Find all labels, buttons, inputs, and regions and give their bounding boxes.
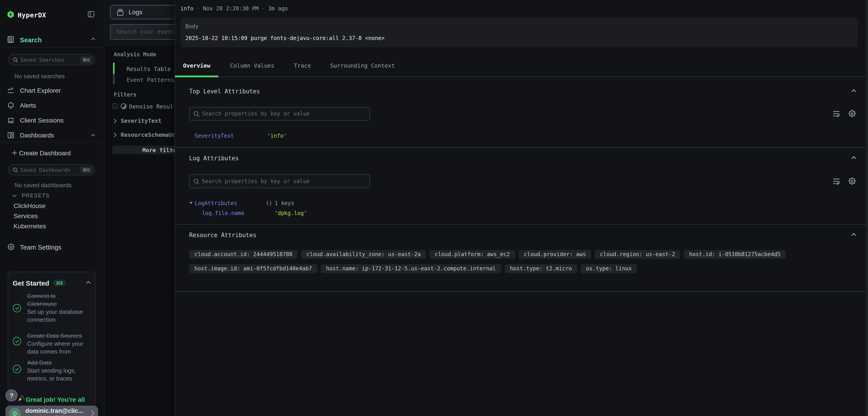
no-saved-searches-text: No saved searches: [14, 73, 65, 80]
collapse-section-icon[interactable]: [851, 89, 856, 92]
tab-column-values[interactable]: Column Values: [222, 59, 282, 77]
sidebar-item-alerts[interactable]: Alerts: [0, 98, 104, 113]
search-icon: [193, 111, 199, 117]
drawer-tabs: Overview Column Values Trace Surrounding…: [175, 59, 866, 77]
tab-surrounding-context[interactable]: Surrounding Context: [322, 59, 402, 77]
wrap-lines-icon[interactable]: [832, 177, 840, 185]
chevron-up-icon: [91, 37, 95, 40]
checklist-item-description: Configure where your data comes from: [27, 340, 85, 356]
check-circle-icon: [13, 304, 21, 313]
avatar-initial: D: [13, 411, 17, 416]
attribute-chip[interactable]: cloud.platform: aws_ec2: [430, 250, 515, 259]
sidebar-item-label: Dashboards: [20, 132, 54, 139]
chevron-up-icon[interactable]: [86, 281, 91, 284]
shortcut-badge: ⌘K: [80, 56, 92, 63]
sidebar-item-team-settings[interactable]: Team Settings: [0, 242, 104, 253]
checklist-item-description: Set up your database connection: [27, 308, 85, 324]
team-settings-label: Team Settings: [20, 244, 61, 251]
mode-option-results-table[interactable]: Results Table: [127, 66, 171, 72]
checklist-item-title: Create Data Sources: [27, 332, 85, 340]
denoise-checkbox[interactable]: [112, 103, 118, 109]
attribute-chip[interactable]: host.id: i-0510b81275acbe4d5: [684, 250, 786, 259]
attribute-chip[interactable]: cloud.provider: aws: [519, 250, 591, 259]
attribute-chip[interactable]: cloud.availability_zone: us-east-2a: [301, 250, 426, 259]
divider: [175, 224, 866, 225]
log-header: info·Nov 20 2:20:30 PM·3m ago: [180, 5, 288, 12]
sidebar-item-label: Chart Explorer: [20, 87, 61, 94]
attribute-chip[interactable]: host.image.id: ami-0f5fcdfbd140e4ab7: [189, 264, 317, 273]
tab-label: Trace: [286, 62, 319, 69]
attribute-key[interactable]: SeverityText: [195, 133, 234, 139]
attribute-chip[interactable]: cloud.account.id: 244449518788: [189, 250, 298, 259]
sidebar-item-dashboards[interactable]: Dashboards: [0, 128, 104, 143]
create-dashboard-label: Create Dashboard: [19, 150, 71, 157]
section-title-top-level: Top Level Attributes: [189, 88, 260, 95]
attribute-chip[interactable]: cloud.region: us-east-2: [595, 250, 680, 259]
analysis-mode-label: Analysis Mode: [114, 51, 156, 58]
scrollbar-track[interactable]: [866, 0, 868, 416]
shortcut-badge: ⌘K: [80, 167, 92, 174]
preset-item-services[interactable]: Services: [13, 212, 38, 220]
get-started-title: Get Started: [13, 279, 49, 287]
attribute-row[interactable]: log.file.name "dpkg.log": [202, 210, 855, 216]
body-text: 2025-10-22 10:15:09 purge fonts-dejavu-c…: [185, 35, 384, 41]
divider: [175, 147, 866, 148]
denoise-label: Denoise Results: [129, 103, 180, 110]
app-title: HyperDX: [18, 11, 46, 19]
active-tab-underline: [175, 76, 218, 77]
logo-row: HyperDX: [7, 11, 97, 18]
attribute-chip[interactable]: host.name: ip-172-31-12-5.us-east-2.comp…: [321, 264, 501, 273]
filters-label: Filters: [114, 92, 136, 98]
tab-label: Overview: [175, 62, 218, 69]
user-name: dominic.tran@clic...: [25, 408, 90, 414]
avatar: D: [9, 408, 21, 416]
collapse-section-icon[interactable]: [851, 233, 856, 236]
get-started-card: Get Started 3/3 Connect to ClickHouse Se…: [8, 272, 96, 407]
search-icon: [13, 57, 18, 63]
tab-trace[interactable]: Trace: [286, 59, 319, 77]
tree-node-label[interactable]: LogAttributes: [195, 200, 237, 206]
user-menu[interactable]: D dominic.tran@clic... dominic.tran@clic…: [5, 406, 98, 416]
chevron-right-icon: [114, 132, 117, 138]
gear-icon[interactable]: [848, 110, 856, 118]
attribute-chip[interactable]: host.type: t2.micro: [505, 264, 577, 273]
property-search-input[interactable]: Search properties by key or value: [189, 107, 370, 120]
sidebar-item-search[interactable]: Search: [7, 36, 97, 43]
help-button[interactable]: ?: [5, 389, 18, 402]
tab-overview[interactable]: Overview: [175, 59, 218, 77]
sidebar: HyperDX Search Saved Searches ⌘K No save…: [0, 0, 104, 416]
log-detail-drawer: info·Nov 20 2:20:30 PM·3m ago Body 2025-…: [175, 0, 868, 416]
keys-count: 1 keys: [275, 200, 294, 206]
wrap-lines-icon[interactable]: [832, 110, 840, 118]
mode-option-event-patterns[interactable]: Event Patterns: [127, 77, 174, 83]
saved-searches-placeholder: Saved Searches: [20, 57, 64, 63]
saved-searches-input[interactable]: Saved Searches ⌘K: [8, 54, 95, 65]
hyperdx-logo-icon: [7, 11, 14, 18]
log-age: 3m ago: [268, 5, 288, 12]
sidebar-item-client-sessions[interactable]: Client Sessions: [0, 113, 104, 128]
property-search-input[interactable]: Search properties by key or value: [189, 175, 370, 188]
separator-dot: ·: [193, 5, 203, 12]
preset-item-clickhouse[interactable]: ClickHouse: [13, 202, 46, 210]
sidebar-item-chart-explorer[interactable]: Chart Explorer: [0, 83, 104, 98]
log-level: info: [180, 5, 193, 12]
attribute-row[interactable]: SeverityText "info": [195, 133, 855, 139]
progress-badge: 3/3: [53, 279, 66, 287]
chevron-up-icon[interactable]: [91, 134, 95, 137]
line-chart-icon: [7, 87, 14, 94]
collapse-section-icon[interactable]: [851, 156, 856, 159]
divider: [175, 291, 866, 292]
create-dashboard-button[interactable]: Create Dashboard: [0, 148, 104, 159]
preset-item-kubernetes[interactable]: Kubernetes: [13, 223, 46, 230]
divider: [0, 142, 104, 142]
attribute-value[interactable]: "dpkg.log": [274, 210, 307, 216]
tab-label: Surrounding Context: [322, 62, 402, 69]
tree-node-logattributes[interactable]: LogAttributes 1 keys: [186, 200, 855, 206]
attribute-key[interactable]: log.file.name: [202, 210, 244, 216]
attribute-value[interactable]: "info": [267, 133, 287, 139]
collapse-sidebar-icon[interactable]: [88, 11, 94, 18]
sidebar-item-search-label: Search: [20, 36, 42, 44]
gear-icon[interactable]: [848, 177, 856, 185]
saved-dashboards-input[interactable]: Saved Dashboards ⌘K: [8, 164, 95, 175]
attribute-chip[interactable]: os.type: linux: [581, 264, 637, 273]
